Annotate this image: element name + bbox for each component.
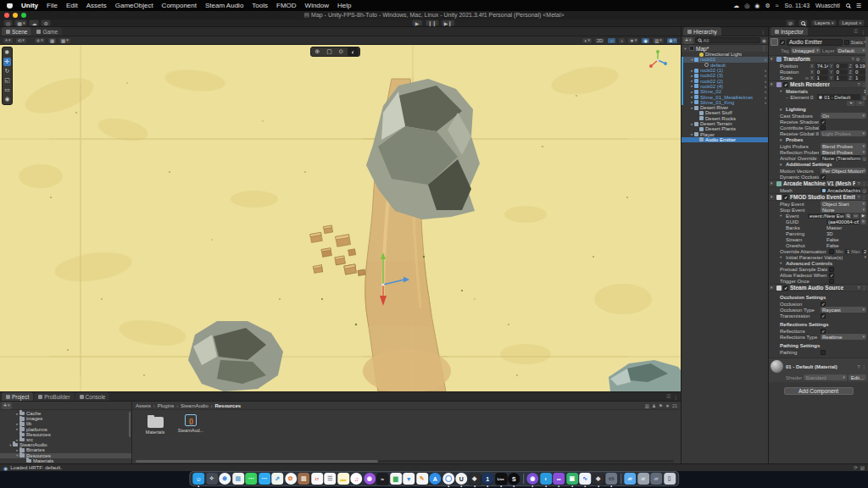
breadcrumb-item[interactable]: Resources› xyxy=(214,403,241,408)
effects-dropdown[interactable]: ★ ▾ xyxy=(627,37,639,44)
component-enabled-checkbox[interactable]: ✓ xyxy=(783,286,788,291)
scale-y-field[interactable]: 1 xyxy=(834,75,847,80)
play-button[interactable]: ▶ xyxy=(412,19,423,26)
cloud-button[interactable]: ☁ xyxy=(29,19,39,26)
breadcrumb-item[interactable]: Assets› xyxy=(136,403,155,408)
light-probes-dropdown[interactable]: Blend Probes▾ xyxy=(821,143,866,149)
trigger-once-checkbox[interactable] xyxy=(829,279,834,284)
fold-arrow-icon[interactable]: ▾ xyxy=(683,47,687,51)
tool-handle-dropdown[interactable]: ⌖ ▾ xyxy=(3,37,14,44)
axis-orientation-gizmo[interactable] xyxy=(647,48,669,70)
menubar-item[interactable]: Window xyxy=(305,2,329,9)
dock-app-icon[interactable]: ▭ xyxy=(605,473,617,485)
reflections-type-dropdown[interactable]: Realtime▾ xyxy=(821,334,866,340)
dock-app-icon[interactable]: ∞ xyxy=(553,473,565,485)
menubar-item[interactable]: Assets xyxy=(86,2,107,9)
control-center-icon[interactable]: ☰ xyxy=(856,3,861,9)
project-tree-item[interactable]: Materials xyxy=(0,458,131,463)
allow-fadeout-checkbox[interactable]: ✓ xyxy=(829,273,834,278)
rotation-x-field[interactable]: 0 xyxy=(815,69,828,75)
horizontal-scrollbar[interactable] xyxy=(136,460,674,463)
dynamic-occlusion-checkbox[interactable]: ✓ xyxy=(821,175,826,180)
dock-app-icon[interactable]: ✧ xyxy=(206,473,218,485)
menubar-item[interactable]: Unity xyxy=(21,2,38,9)
minimize-window-button[interactable] xyxy=(13,13,18,18)
dock-folder-icon[interactable]: ▰ xyxy=(650,473,662,485)
settings-button[interactable]: ⚙ xyxy=(41,19,50,26)
layout-dropdown[interactable]: Layout▾ xyxy=(838,19,865,26)
view-tool-button[interactable]: ✱ xyxy=(3,48,11,57)
lock-icon[interactable]: ⚿ xyxy=(854,29,858,35)
grid-snap-button[interactable]: ▦ xyxy=(47,37,57,44)
occlusion-checkbox[interactable]: ✓ xyxy=(821,302,826,307)
status-icon[interactable]: ≈ xyxy=(776,3,779,9)
project-tab[interactable]: Console xyxy=(75,392,110,401)
scale-x-field[interactable]: 1 xyxy=(815,75,828,80)
dock-app-icon[interactable]: ▤ xyxy=(298,473,309,485)
grid-visibility-dropdown[interactable]: ▦ ▾ xyxy=(58,37,71,44)
frame-overlay-button[interactable]: ▢ xyxy=(324,47,335,56)
dock-app-icon[interactable]: ☺ xyxy=(192,473,204,485)
tag-dropdown[interactable]: Untagged▾ xyxy=(791,47,821,53)
zoom-window-button[interactable] xyxy=(21,13,26,18)
hierarchy-create-button[interactable]: +▾ xyxy=(683,37,693,44)
menubar-user-item[interactable]: Wuaschtl xyxy=(815,3,840,8)
orientation-overlay-button[interactable]: ⊙ xyxy=(336,47,347,56)
menubar-item[interactable]: GameObject xyxy=(115,2,153,9)
pivot-rotation-dropdown[interactable]: ⟲ ▾ xyxy=(15,37,27,44)
layer-dropdown[interactable]: Default▾ xyxy=(837,47,866,53)
component-menu-icon[interactable]: ⋮ xyxy=(862,181,867,186)
dock-app-icon[interactable]: ▦ xyxy=(232,473,244,485)
event-search-button[interactable] xyxy=(845,214,851,219)
dock-app-icon[interactable]: ⋯ xyxy=(245,473,257,485)
anchor-override-field[interactable]: None (Transform) xyxy=(821,155,860,161)
menubar-item[interactable]: File xyxy=(47,2,58,9)
asset-item[interactable]: { } SteamAud... xyxy=(176,414,205,463)
event-path-field[interactable]: event:/New Event xyxy=(808,214,843,219)
preload-sample-checkbox[interactable] xyxy=(829,267,834,272)
status-icon[interactable]: ☁ xyxy=(733,3,739,9)
copy-guid-button[interactable]: ⎘ xyxy=(860,219,866,225)
camera-settings-dropdown[interactable]: ▥ ▾ xyxy=(652,37,665,44)
fmod-event-emitter-header[interactable]: ▾ ✓ FMOD Studio Event Emitter ?⋮ xyxy=(769,193,868,201)
mesh-object-field[interactable]: ArcadeMachineV1 xyxy=(821,187,860,193)
panel-menu-icon[interactable]: ⋮ xyxy=(760,29,765,35)
transmission-checkbox[interactable]: ✓ xyxy=(821,313,826,319)
gameobject-name-field[interactable]: Audio Emitter xyxy=(787,39,843,46)
scene-visibility-icon[interactable]: ◉ xyxy=(762,37,766,43)
tree-scrollbar[interactable] xyxy=(129,412,131,437)
label-filter-icon[interactable]: ⚑ xyxy=(659,403,663,408)
dock-app-icon[interactable]: ⋯ xyxy=(259,473,270,485)
menubar-item[interactable]: FMOD xyxy=(276,2,297,9)
scene-viewport[interactable]: ✱ ✛ ↻ ◱ ▭ ◉ ⊕ ▢ ⊙ ◐ xyxy=(0,45,681,391)
dock-app-icon[interactable]: ▣ xyxy=(566,473,578,485)
position-y-field[interactable]: 0 xyxy=(834,64,847,69)
spotlight-icon[interactable] xyxy=(846,3,850,8)
window-titlebar[interactable]: ▤Map - Unity-FPS-8h-Tuto - Windows, Mac,… xyxy=(0,11,868,19)
dock-app-icon[interactable]: ‹ xyxy=(540,473,552,485)
dock-app-icon[interactable]: ⊕ xyxy=(219,473,231,485)
cast-shadows-dropdown[interactable]: On▾ xyxy=(821,113,866,119)
dock-app-icon[interactable]: ◉ xyxy=(526,473,538,485)
panel-menu-icon[interactable]: ⋮ xyxy=(860,29,865,35)
menubar-item[interactable]: Tools xyxy=(252,2,268,9)
inspector-tab[interactable]: Inspector xyxy=(771,27,808,36)
dock-app-icon[interactable]: U xyxy=(455,473,467,485)
rotation-z-field[interactable]: 0 xyxy=(854,69,866,75)
dock-app-icon[interactable] xyxy=(442,473,454,485)
add-component-button[interactable]: Add Component xyxy=(784,387,854,395)
transform-tool-button[interactable]: ◉ xyxy=(3,95,11,103)
rotate-tool-button[interactable]: ↻ xyxy=(3,67,11,75)
dock-app-icon[interactable]: Live xyxy=(495,473,507,485)
override-attenuation-checkbox[interactable] xyxy=(829,249,834,254)
gizmos-dropdown[interactable]: ⊕ ▾ xyxy=(666,37,678,44)
scene-root-row[interactable]: ▾ Map* ⋮ xyxy=(682,45,768,52)
menubar-item[interactable]: Steam Audio xyxy=(205,2,243,9)
help-icon[interactable]: ? xyxy=(857,286,860,291)
help-icon[interactable]: ? xyxy=(857,364,860,369)
console-icon[interactable]: ▤ xyxy=(860,465,865,470)
dock-app-icon[interactable]: 1 xyxy=(481,473,493,485)
dock-app-icon[interactable]: ⇗ xyxy=(271,473,283,485)
scene-tab[interactable]: Scene xyxy=(2,27,31,36)
search-button[interactable] xyxy=(798,19,808,26)
